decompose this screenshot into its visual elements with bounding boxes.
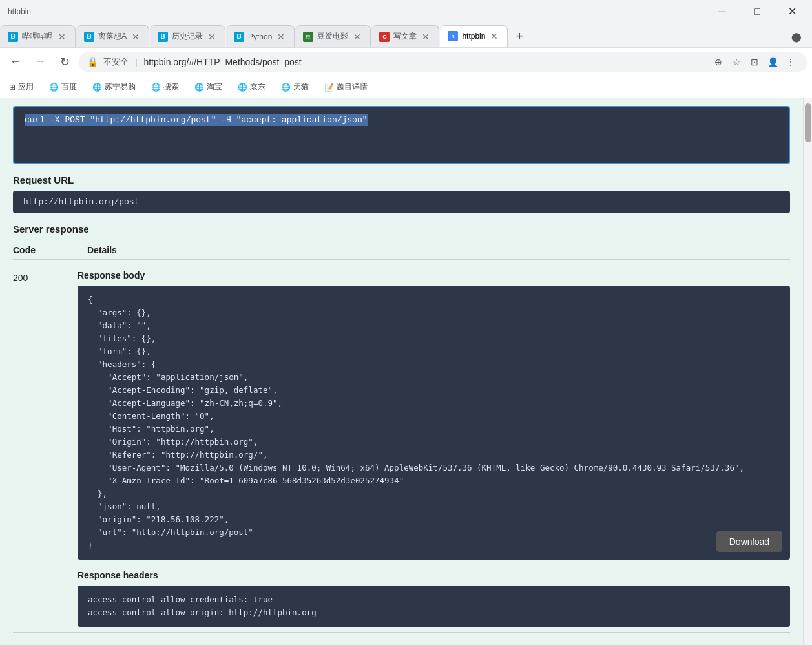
bookmark-icon[interactable]: ☆ <box>729 54 744 70</box>
tab-label-csdn: 写文章 <box>393 31 417 42</box>
bookmark-taobao[interactable]: 🌐 淘宝 <box>191 79 226 95</box>
request-url-value: http://httpbin.org/post <box>23 197 139 207</box>
tab-favicon-csdn: C <box>379 32 390 42</box>
tab-favicon-httpbin: h <box>448 31 458 41</box>
bookmark-apps[interactable]: ⊞ 应用 <box>5 79 37 95</box>
bookmark-detail-label: 题目详情 <box>337 81 368 92</box>
curl-command-text: curl -X POST "http://httpbin.org/post" -… <box>25 114 368 126</box>
tab-favicon-python: B <box>234 32 244 42</box>
page-content: curl -X POST "http://httpbin.org/post" -… <box>0 98 803 645</box>
bookmark-detail[interactable]: 📝 题目详情 <box>320 79 371 95</box>
new-tab-button[interactable]: + <box>508 25 530 47</box>
bookmark-tmall-label: 天猫 <box>293 81 309 92</box>
server-response-label: Server response <box>13 224 790 235</box>
address-action-icons: ⊕ ☆ ⊡ 👤 ⋮ <box>711 54 798 70</box>
response-headers-content: access-control-allow-credentials: true a… <box>88 593 780 619</box>
refresh-button[interactable]: ↻ <box>54 52 75 72</box>
tab-close-bili3[interactable]: ✕ <box>207 30 217 43</box>
cast-icon[interactable]: ⊡ <box>747 54 762 70</box>
download-button[interactable]: Download <box>716 531 782 552</box>
maximize-button[interactable]: □ <box>742 0 772 23</box>
tab-label-douban: 豆瓣电影 <box>317 31 348 42</box>
detail-icon: 📝 <box>324 83 334 92</box>
menu-icon[interactable]: ⋮ <box>783 54 798 70</box>
bookmark-search-label: 搜索 <box>163 81 179 92</box>
curl-command-box: curl -X POST "http://httpbin.org/post" -… <box>13 106 790 164</box>
request-url-label: Request URL <box>13 174 790 185</box>
response-body-label: Response body <box>78 270 790 280</box>
response-code: 200 <box>13 270 78 283</box>
title-text: httpbin <box>8 7 31 16</box>
response-details: Response body { "args": {}, "data": "", … <box>78 270 790 627</box>
bookmark-tmall[interactable]: 🌐 天猫 <box>277 79 313 95</box>
tmall-icon: 🌐 <box>281 83 291 92</box>
tab-favicon-bili3: B <box>158 32 168 42</box>
tab-label-bili2: 离落想A <box>98 31 127 42</box>
translate-icon[interactable]: ⊕ <box>711 54 726 70</box>
details-column-header: Details <box>87 245 117 255</box>
profile-icon[interactable]: 👤 <box>765 54 780 70</box>
suning-icon: 🌐 <box>92 83 102 92</box>
tab-httpbin[interactable]: h httpbin ✕ <box>440 25 508 47</box>
address-bar[interactable]: 🔓 不安全 | httpbin.org/#/HTTP_Methods/post_… <box>79 52 807 72</box>
baidu-icon: 🌐 <box>49 83 59 92</box>
bookmark-taobao-label: 淘宝 <box>207 81 222 92</box>
response-body-json: { "args": {}, "data": "", "files": {}, "… <box>88 293 780 552</box>
tab-close-bili1[interactable]: ✕ <box>57 30 67 43</box>
bookmark-apps-label: 应用 <box>18 81 34 92</box>
tab-favicon-bili2: B <box>84 32 94 42</box>
tab-close-douban[interactable]: ✕ <box>352 30 362 43</box>
response-row: 200 Response body { "args": {}, "data": … <box>13 265 790 633</box>
close-button[interactable]: ✕ <box>777 0 807 23</box>
address-separator: | <box>135 57 137 67</box>
extension-button[interactable]: ⬤ <box>786 26 807 47</box>
bookmark-search[interactable]: 🌐 搜索 <box>147 79 183 95</box>
security-label: 不安全 <box>103 56 129 68</box>
response-table-header: Code Details <box>13 241 790 260</box>
tab-favicon-bili1: B <box>8 32 18 42</box>
scrollbar-thumb[interactable] <box>805 103 811 142</box>
bookmark-baidu[interactable]: 🌐 百度 <box>45 79 81 95</box>
tab-label-httpbin: httpbin <box>462 32 485 41</box>
scrollbar-track[interactable] <box>803 98 812 645</box>
response-body-box: { "args": {}, "data": "", "files": {}, "… <box>78 286 790 560</box>
security-icon: 🔓 <box>87 57 98 67</box>
tab-bili1[interactable]: B 哔哩哔哩 ✕ <box>0 25 76 47</box>
bookmark-baidu-label: 百度 <box>61 81 77 92</box>
tab-close-python[interactable]: ✕ <box>276 30 286 43</box>
tab-favicon-douban: 豆 <box>303 32 313 42</box>
response-headers-box: access-control-allow-credentials: true a… <box>78 586 790 627</box>
minimize-button[interactable]: ─ <box>707 0 737 23</box>
nav-bar: ← → ↻ 🔓 不安全 | httpbin.org/#/HTTP_Methods… <box>0 48 812 76</box>
bookmark-suning-label: 苏宁易购 <box>105 81 136 92</box>
bookmark-jd-label: 京东 <box>250 81 265 92</box>
back-button[interactable]: ← <box>5 52 26 72</box>
tab-douban[interactable]: 豆 豆瓣电影 ✕ <box>295 25 371 47</box>
tab-close-bili2[interactable]: ✕ <box>130 30 141 43</box>
bookmarks-bar: ⊞ 应用 🌐 百度 🌐 苏宁易购 🌐 搜索 🌐 淘宝 🌐 京东 🌐 天猫 📝 题… <box>0 76 812 98</box>
content-area: curl -X POST "http://httpbin.org/post" -… <box>0 98 812 645</box>
tab-csdn[interactable]: C 写文章 ✕ <box>371 25 439 47</box>
response-headers-label: Response headers <box>78 570 790 580</box>
title-bar: httpbin ─ □ ✕ <box>0 0 812 23</box>
search-bm-icon: 🌐 <box>151 83 161 92</box>
tab-close-csdn[interactable]: ✕ <box>421 30 431 43</box>
tab-label-python: Python <box>248 32 272 41</box>
code-column-header: Code <box>13 245 36 255</box>
forward-button[interactable]: → <box>30 52 50 72</box>
jd-icon: 🌐 <box>238 83 247 92</box>
apps-grid-icon: ⊞ <box>9 83 16 92</box>
tab-bili3[interactable]: B 历史记录 ✕ <box>150 25 225 47</box>
bookmark-suning[interactable]: 🌐 苏宁易购 <box>88 79 140 95</box>
address-url: httpbin.org/#/HTTP_Methods/post_post <box>143 57 705 67</box>
request-url-box: http://httpbin.org/post <box>13 191 790 213</box>
tab-close-httpbin[interactable]: ✕ <box>489 30 499 43</box>
tab-bili2[interactable]: B 离落想A ✕ <box>76 25 149 47</box>
window-controls: ─ □ ✕ <box>707 0 807 23</box>
tab-label-bili1: 哔哩哔哩 <box>22 31 53 42</box>
bookmark-jd[interactable]: 🌐 京东 <box>234 79 269 95</box>
taobao-icon: 🌐 <box>194 83 204 92</box>
tab-label-bili3: 历史记录 <box>172 31 203 42</box>
tab-python[interactable]: B Python ✕ <box>226 25 295 47</box>
tabs-bar: B 哔哩哔哩 ✕ B 离落想A ✕ B 历史记录 ✕ B Python ✕ 豆 … <box>0 23 812 48</box>
